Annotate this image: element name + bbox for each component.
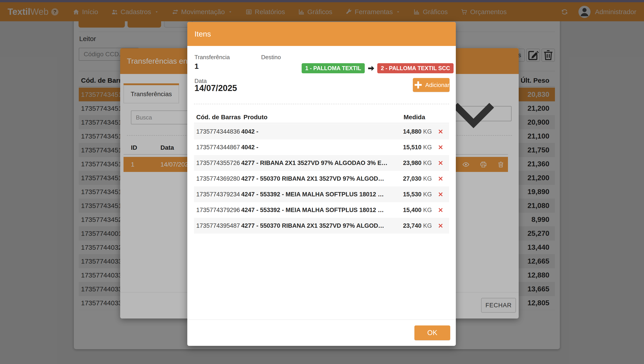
remove-item-icon[interactable] xyxy=(438,129,444,134)
item-row: 17357743792964247 - 553392 - MEIA MALHA … xyxy=(194,202,449,218)
item-unit: KG xyxy=(421,222,432,229)
add-item-button[interactable]: Adicionar xyxy=(413,78,450,92)
table-header-divider xyxy=(194,123,449,123)
item-product: 4247 - 553392 - MEIA MALHA SOFTPLUS 1801… xyxy=(241,207,396,214)
transfer-label: Transferência xyxy=(194,54,230,61)
modal-footer-divider xyxy=(187,319,456,320)
plus-icon xyxy=(413,80,424,90)
transfer-route: 1 - PALLOMA TEXTIL 2 - PALLOMA TEXTIL SC… xyxy=(302,63,454,73)
item-measure: 23,980 KG xyxy=(396,159,432,166)
remove-item-icon[interactable] xyxy=(438,176,444,181)
item-measure: 15,400 KG xyxy=(396,207,432,214)
column-header-measure: Medida xyxy=(404,114,425,121)
item-product: 4277 - 550370 RIBANA 2X1 3527VD 97% ALGO… xyxy=(241,222,396,229)
item-unit: KG xyxy=(421,207,432,213)
item-unit: KG xyxy=(421,175,432,182)
item-unit: KG xyxy=(421,144,432,151)
item-measure: 23,740 KG xyxy=(396,222,432,229)
item-product: 4277 - 550370 RIBANA 2X1 3527VD 97% ALGO… xyxy=(241,175,396,182)
item-unit: KG xyxy=(421,159,432,166)
arrow-right-icon xyxy=(367,64,375,72)
item-unit: KG xyxy=(421,191,432,198)
origin-badge: 1 - PALLOMA TEXTIL xyxy=(302,63,365,73)
remove-item-icon[interactable] xyxy=(438,192,444,197)
item-barcode: 1735774395487 xyxy=(194,222,241,229)
items-modal: Itens Transferência Destino 1 1 - PALLOM… xyxy=(187,22,456,346)
remove-item-icon[interactable] xyxy=(438,160,444,166)
item-product: 4247 - 553392 - MEIA MALHA SOFTPLUS 1801… xyxy=(241,191,396,198)
column-header-barcode: Cód. de Barras xyxy=(196,114,241,121)
item-product: 4277 - RIBANA 2X1 3527VD 97% ALGODAO 3% … xyxy=(241,159,396,166)
item-measure: 15,510 KG xyxy=(396,144,432,151)
item-barcode: 1735774379234 xyxy=(194,191,241,198)
ok-button[interactable]: OK xyxy=(414,325,450,340)
remove-item-icon[interactable] xyxy=(438,207,444,213)
remove-item-icon[interactable] xyxy=(438,144,444,150)
item-row: 17357743448674042 -15,510 KG xyxy=(194,139,449,155)
item-row: 17357743557264277 - RIBANA 2X1 3527VD 97… xyxy=(194,155,449,171)
column-header-product: Produto xyxy=(244,114,268,121)
item-unit: KG xyxy=(421,128,432,135)
item-row: 17357743792344247 - 553392 - MEIA MALHA … xyxy=(194,187,449,202)
item-barcode: 1735774344836 xyxy=(194,128,241,135)
item-barcode: 1735774379296 xyxy=(194,207,241,214)
item-product: 4042 - xyxy=(241,144,396,151)
items-modal-header: Itens xyxy=(187,22,456,46)
item-row: 17357743448364042 -14,880 KG xyxy=(194,124,449,139)
destination-badge: 2 - PALLOMA TEXTIL SCC xyxy=(377,63,454,73)
item-product: 4042 - xyxy=(241,128,396,135)
remove-item-icon[interactable] xyxy=(438,223,444,229)
item-measure: 14,880 KG xyxy=(396,128,432,135)
data-value: 14/07/2025 xyxy=(194,83,237,93)
items-modal-title: Itens xyxy=(194,30,211,38)
items-table-body: 17357743448364042 -14,880 KG173577434486… xyxy=(194,124,449,234)
item-barcode: 1735774369280 xyxy=(194,175,241,182)
item-row: 17357743954874277 - 550370 RIBANA 2X1 35… xyxy=(194,218,449,234)
item-measure: 27,030 KG xyxy=(396,175,432,182)
item-barcode: 1735774355726 xyxy=(194,159,241,166)
item-measure: 15,530 KG xyxy=(396,191,432,198)
divider xyxy=(194,104,449,104)
transfer-value: 1 xyxy=(194,62,199,71)
item-row: 17357743692804277 - 550370 RIBANA 2X1 35… xyxy=(194,171,449,187)
item-barcode: 1735774344867 xyxy=(194,144,241,151)
destino-label: Destino xyxy=(261,54,281,61)
